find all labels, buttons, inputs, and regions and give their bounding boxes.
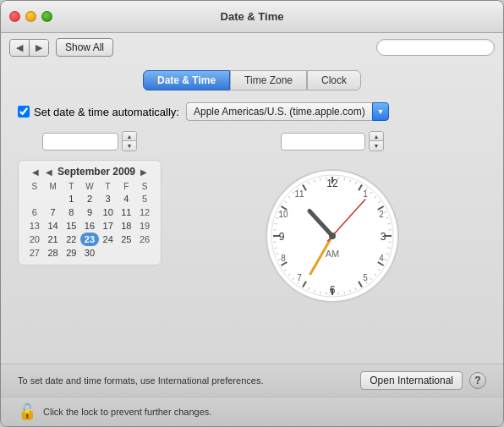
calendar-prev2-button[interactable]: ◀ bbox=[44, 167, 54, 177]
svg-line-34 bbox=[320, 292, 320, 294]
calendar-day[interactable]: 3 bbox=[99, 192, 118, 205]
help-button[interactable]: ? bbox=[469, 372, 486, 389]
svg-line-19 bbox=[388, 248, 391, 249]
forward-button[interactable]: ▶ bbox=[30, 40, 48, 56]
svg-line-49 bbox=[275, 223, 277, 224]
calendar-day[interactable]: 23 bbox=[80, 233, 99, 246]
window-title: Date & Time bbox=[221, 10, 284, 23]
svg-text:7: 7 bbox=[297, 273, 302, 282]
calendar-day[interactable]: 16 bbox=[80, 219, 99, 233]
cal-header-sat: S bbox=[135, 181, 154, 192]
calendar-day bbox=[135, 246, 154, 260]
search-input[interactable] bbox=[376, 39, 495, 56]
calendar-day[interactable]: 13 bbox=[25, 219, 44, 233]
zoom-button[interactable] bbox=[41, 11, 52, 22]
svg-text:3: 3 bbox=[381, 231, 386, 243]
calendar-day[interactable]: 5 bbox=[135, 192, 154, 205]
svg-line-15 bbox=[388, 223, 391, 224]
date-stepper: ▲ ▼ bbox=[122, 131, 137, 151]
calendar-month-year: September 2009 bbox=[58, 166, 135, 178]
calendar-header: ◀ ◀ September 2009 ▶ bbox=[25, 166, 154, 178]
open-international-button[interactable]: Open International bbox=[360, 371, 463, 390]
calendar-day[interactable]: 2 bbox=[80, 192, 99, 205]
calendar-day[interactable]: 22 bbox=[62, 233, 80, 246]
time-panel: 10:35:07 AM ▲ ▼ 12 bbox=[178, 131, 486, 355]
auto-set-label: Set date & time automatically: bbox=[18, 106, 179, 118]
back-button[interactable]: ◀ bbox=[10, 40, 30, 56]
calendar-next-button[interactable]: ▶ bbox=[139, 167, 149, 177]
calendar-day[interactable]: 19 bbox=[135, 219, 154, 233]
svg-line-30 bbox=[344, 292, 345, 294]
calendar-day[interactable]: 12 bbox=[135, 205, 154, 219]
toolbar: ◀ ▶ Show All bbox=[1, 33, 503, 62]
calendar-prev-button[interactable]: ◀ bbox=[30, 167, 41, 177]
auto-set-checkbox[interactable] bbox=[18, 106, 30, 118]
calendar-day[interactable]: 10 bbox=[99, 205, 118, 219]
calendar-day[interactable]: 25 bbox=[118, 233, 136, 246]
calendar-day[interactable]: 9 bbox=[80, 205, 99, 219]
svg-text:12: 12 bbox=[326, 178, 338, 189]
svg-text:9: 9 bbox=[279, 231, 285, 243]
date-decrement-button[interactable]: ▼ bbox=[123, 141, 136, 151]
time-stepper: ▲ ▼ bbox=[369, 131, 384, 151]
calendar-day[interactable]: 1 bbox=[62, 192, 80, 205]
cal-header-sun: S bbox=[25, 181, 44, 192]
minimize-button[interactable] bbox=[25, 11, 36, 22]
tab-date-time[interactable]: Date & Time bbox=[143, 70, 230, 90]
calendar-day[interactable]: 27 bbox=[25, 246, 44, 260]
content: Date & Time Time Zone Clock Set date & t… bbox=[1, 62, 503, 364]
calendar: ◀ ◀ September 2009 ▶ S M T W T bbox=[18, 160, 162, 266]
time-increment-button[interactable]: ▲ bbox=[370, 132, 383, 141]
date-input[interactable]: 9/23/2009 bbox=[42, 133, 118, 151]
bottom-info-text: To set date and time formats, use Intern… bbox=[18, 375, 353, 386]
svg-text:10: 10 bbox=[278, 210, 288, 219]
calendar-day bbox=[99, 246, 118, 260]
calendar-day[interactable]: 28 bbox=[44, 246, 63, 260]
cal-header-tue: T bbox=[62, 181, 80, 192]
tab-time-zone[interactable]: Time Zone bbox=[230, 70, 307, 90]
cal-header-thu: T bbox=[99, 181, 118, 192]
lock-bar: 🔓 Click the lock to prevent further chan… bbox=[1, 397, 503, 426]
svg-line-60 bbox=[320, 178, 320, 181]
svg-text:5: 5 bbox=[363, 273, 368, 282]
svg-text:4: 4 bbox=[379, 254, 384, 263]
time-input[interactable]: 10:35:07 AM bbox=[281, 133, 365, 151]
calendar-day[interactable]: 30 bbox=[80, 246, 99, 260]
show-all-button[interactable]: Show All bbox=[56, 38, 113, 57]
close-button[interactable] bbox=[9, 11, 20, 22]
svg-text:1: 1 bbox=[363, 189, 368, 199]
tab-clock[interactable]: Clock bbox=[307, 70, 361, 90]
time-input-row: 10:35:07 AM ▲ ▼ bbox=[281, 131, 384, 151]
calendar-day[interactable]: 8 bbox=[62, 205, 80, 219]
time-decrement-button[interactable]: ▼ bbox=[370, 141, 383, 151]
calendar-day[interactable]: 29 bbox=[62, 246, 80, 260]
calendar-day[interactable]: 6 bbox=[25, 205, 44, 219]
svg-text:8: 8 bbox=[281, 254, 286, 263]
titlebar: Date & Time bbox=[1, 1, 503, 33]
traffic-lights bbox=[9, 11, 52, 22]
svg-point-78 bbox=[329, 233, 336, 239]
calendar-day[interactable]: 4 bbox=[118, 192, 136, 205]
calendar-day[interactable]: 11 bbox=[118, 205, 136, 219]
calendar-day[interactable]: 21 bbox=[44, 233, 63, 246]
lock-text: Click the lock to prevent further change… bbox=[43, 407, 211, 417]
nav-buttons: ◀ ▶ bbox=[9, 39, 49, 57]
svg-line-45 bbox=[275, 248, 277, 249]
lock-icon[interactable]: 🔓 bbox=[18, 402, 36, 421]
calendar-day[interactable]: 17 bbox=[99, 219, 118, 233]
calendar-day[interactable]: 18 bbox=[118, 219, 136, 233]
server-dropdown-arrow[interactable]: ▼ bbox=[372, 102, 389, 121]
calendar-day[interactable]: 14 bbox=[44, 219, 63, 233]
date-increment-button[interactable]: ▲ bbox=[123, 132, 136, 141]
clock-face: 12 3 6 9 1 2 4 5 7 8 10 11 AM bbox=[265, 168, 400, 304]
main-row: 9/23/2009 ▲ ▼ ◀ ◀ September 2009 ▶ bbox=[18, 131, 486, 355]
calendar-day[interactable]: 20 bbox=[25, 233, 44, 246]
calendar-day[interactable]: 7 bbox=[44, 205, 63, 219]
calendar-day[interactable]: 26 bbox=[135, 233, 154, 246]
calendar-day[interactable]: 24 bbox=[99, 233, 118, 246]
cal-header-mon: M bbox=[44, 181, 63, 192]
server-display[interactable]: Apple Americas/U.S. (time.apple.com) bbox=[186, 102, 372, 121]
calendar-day bbox=[25, 192, 44, 205]
calendar-day[interactable]: 15 bbox=[62, 219, 80, 233]
svg-text:11: 11 bbox=[294, 189, 304, 199]
